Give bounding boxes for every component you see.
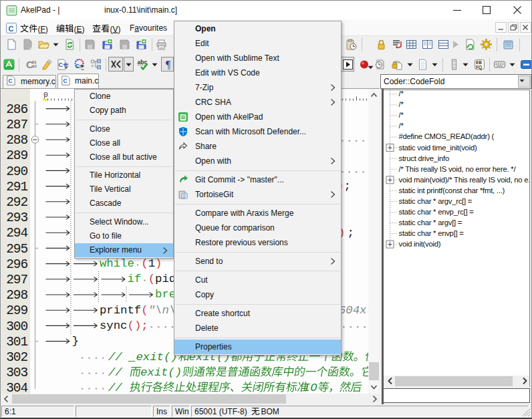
svg-text:FQ: FQ (476, 65, 482, 70)
svg-text:¶: ¶ (166, 59, 171, 70)
svg-text:IO: IO (303, 382, 317, 394)
svg-text://: // (108, 382, 122, 394)
svg-text:C: C (9, 25, 14, 33)
svg-text:10: 10 (32, 64, 37, 68)
svg-text:BOM: BOM (261, 407, 279, 416)
svg-text:C++: C++ (59, 61, 69, 68)
svg-text:0: 0 (43, 90, 48, 99)
svg-text:(V): (V) (110, 25, 120, 34)
svg-text:C: C (63, 78, 68, 84)
svg-text:// _exit(): // _exit() (108, 351, 178, 364)
svg-text://: // (108, 366, 122, 379)
svg-text:exit(): exit() (140, 366, 182, 379)
svg-text:C: C (9, 78, 13, 84)
svg-text:(F): (F) (37, 25, 47, 34)
svg-text:(E): (E) (74, 25, 84, 34)
